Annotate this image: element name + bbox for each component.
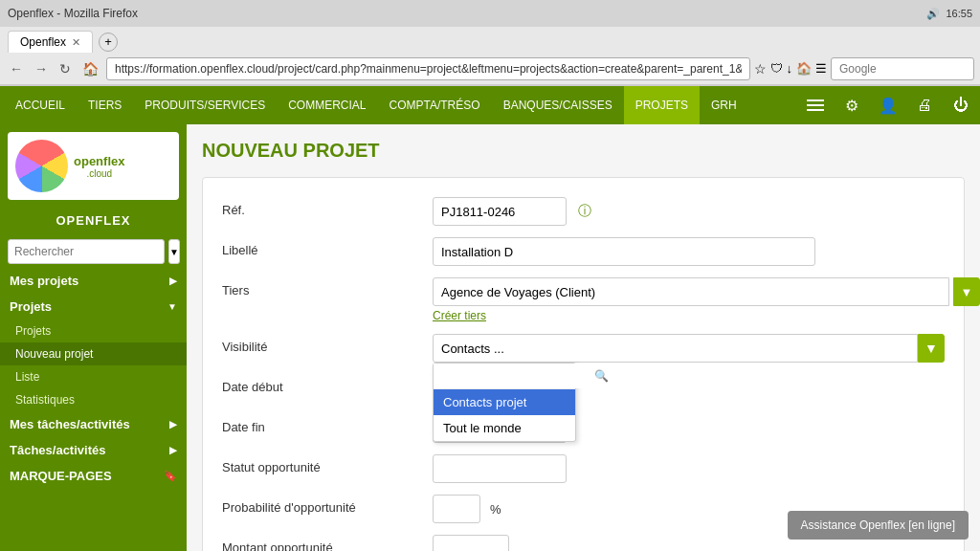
nav-accueil[interactable]: ACCUEIL xyxy=(4,86,77,124)
montant-label: Montant opportunité xyxy=(222,535,433,551)
visibilite-label: Visibilité xyxy=(222,334,433,354)
nav-produits[interactable]: PRODUITS/SERVICES xyxy=(133,86,277,124)
nav-tiers[interactable]: TIERS xyxy=(77,86,133,124)
main-content: NOUVEAU PROJET Réf. ⓘ Libellé Tiers xyxy=(187,124,980,551)
nav-icon-1[interactable]: ↓ xyxy=(787,61,793,76)
top-navigation: ACCUEIL TIERS PRODUITS/SERVICES COMMERCI… xyxy=(0,86,980,124)
nav-compta[interactable]: COMPTA/TRÉSO xyxy=(378,86,492,124)
shield-icon: 🛡 xyxy=(770,61,783,76)
topnav-right-icons: ⚙ 👤 🖨 ⏻ xyxy=(800,86,976,124)
browser-tab-openflex[interactable]: Openflex ✕ xyxy=(8,31,93,53)
tab-close-btn[interactable]: ✕ xyxy=(72,36,80,49)
url-bar[interactable] xyxy=(106,57,750,80)
creer-tiers-link[interactable]: Créer tiers xyxy=(433,309,980,322)
assistance-button[interactable]: Assistance Openflex [en ligne] xyxy=(788,511,969,540)
logo-text: openflex .cloud xyxy=(74,154,124,179)
sidebar-search-dropdown[interactable]: ▼ xyxy=(168,239,180,264)
libelle-field xyxy=(433,237,945,266)
sidebar-section-label: Projets xyxy=(10,299,52,314)
tiers-input[interactable] xyxy=(433,277,949,306)
dropdown-option-tout-le-monde[interactable]: Tout le monde xyxy=(434,415,575,441)
sidebar-section-marque-pages[interactable]: MARQUE-PAGES 🔖 xyxy=(0,463,187,489)
dropdown-option-contacts[interactable]: Contacts projet xyxy=(434,389,575,415)
percent-symbol: % xyxy=(490,502,501,517)
option-label: Tout le monde xyxy=(443,421,522,435)
form-row-statut: Statut opportunité xyxy=(222,454,945,483)
date-debut-label: Date début xyxy=(222,374,433,394)
page-title: NOUVEAU PROJET xyxy=(202,140,965,162)
hamburger-icon xyxy=(807,99,824,111)
sidebar: openflex .cloud OPENFLEX ▼ Mes projets ▶… xyxy=(0,124,187,551)
user-icon[interactable]: 👤 xyxy=(873,86,903,124)
nav-banques[interactable]: BANQUES/CAISSES xyxy=(492,86,624,124)
sidebar-section-label: Tâches/activités xyxy=(10,443,105,457)
tab-label: Openflex xyxy=(20,35,66,49)
sidebar-brand-name: OPENFLEX xyxy=(0,208,187,235)
dropdown-search-row: 🔍 xyxy=(434,364,575,389)
sidebar-section-label: MARQUE-PAGES xyxy=(10,469,112,483)
sys-icon-1: 🔊 xyxy=(926,8,940,20)
chevron-right-icon-3: ▶ xyxy=(169,445,177,455)
info-icon[interactable]: ⓘ xyxy=(578,203,591,220)
ref-label: Réf. xyxy=(222,197,433,217)
print-icon[interactable]: 🖨 xyxy=(909,86,940,124)
browser-search-input[interactable] xyxy=(831,57,974,80)
sidebar-section-label: Mes projets xyxy=(10,274,78,288)
sidebar-search-area: ▼ xyxy=(0,235,187,268)
sidebar-item-statistiques[interactable]: Statistiques xyxy=(0,388,187,411)
visibilite-select-row: Contacts ... ▼ xyxy=(433,334,945,363)
power-icon[interactable]: ⏻ xyxy=(946,86,976,124)
bookmark-sidebar-icon: 🔖 xyxy=(164,470,177,482)
libelle-label: Libellé xyxy=(222,237,433,257)
refresh-btn[interactable]: ↻ xyxy=(56,59,75,78)
sidebar-section-label: Mes tâches/activités xyxy=(10,417,130,431)
menu-icon[interactable]: ☰ xyxy=(815,61,827,76)
forward-btn[interactable]: → xyxy=(31,59,52,78)
nav-commercial[interactable]: COMMERCIAL xyxy=(277,86,377,124)
libelle-input[interactable] xyxy=(433,237,815,266)
sidebar-item-nouveau-projet[interactable]: Nouveau projet xyxy=(0,342,187,365)
tab-bar: Openflex ✕ + xyxy=(0,27,980,53)
bookmark-icon[interactable]: ☆ xyxy=(754,61,767,77)
tiers-dropdown-btn[interactable]: ▼ xyxy=(953,277,980,306)
montant-input[interactable] xyxy=(433,535,509,551)
form-row-visibilite: Visibilité Contacts ... ▼ 🔍 Contacts pro xyxy=(222,334,945,363)
chevron-right-icon: ▶ xyxy=(169,276,177,286)
tiers-field: ▼ Créer tiers xyxy=(433,277,980,322)
back-btn[interactable]: ← xyxy=(6,59,27,78)
home-btn[interactable]: 🏠 xyxy=(78,59,102,78)
browser-title: Openflex - Mozilla Firefox xyxy=(8,7,138,20)
dropdown-search-input[interactable] xyxy=(434,364,589,388)
sidebar-section-projets[interactable]: Projets ▼ xyxy=(0,294,187,320)
ref-field: ⓘ xyxy=(433,197,945,226)
new-tab-btn[interactable]: + xyxy=(99,33,118,52)
visibilite-select-btn[interactable]: Contacts ... xyxy=(433,334,918,363)
form-row-ref: Réf. ⓘ xyxy=(222,197,945,226)
tiers-label: Tiers xyxy=(222,277,433,298)
statut-label: Statut opportunité xyxy=(222,454,433,474)
sidebar-item-liste[interactable]: Liste xyxy=(0,365,187,388)
sidebar-section-taches[interactable]: Tâches/activités ▶ xyxy=(0,437,187,463)
date-fin-label: Date fin xyxy=(222,414,433,434)
probabilite-input[interactable] xyxy=(433,495,480,523)
sidebar-search-input[interactable] xyxy=(8,239,165,264)
form-card: Réf. ⓘ Libellé Tiers ▼ xyxy=(202,177,965,551)
home-icon[interactable]: 🏠 xyxy=(796,61,812,76)
sidebar-section-mes-projets[interactable]: Mes projets ▶ xyxy=(0,268,187,294)
sidebar-logo: openflex .cloud xyxy=(8,132,179,200)
form-row-libelle: Libellé xyxy=(222,237,945,266)
ref-input[interactable] xyxy=(433,197,567,226)
form-row-date-fin: Date fin xyxy=(222,414,945,443)
statut-input[interactable] xyxy=(433,454,567,483)
nav-grh[interactable]: GRH xyxy=(700,86,748,124)
visibilite-field: Contacts ... ▼ 🔍 Contacts projet xyxy=(433,334,945,363)
visibilite-arrow-btn[interactable]: ▼ xyxy=(918,334,945,363)
sidebar-section-mes-taches[interactable]: Mes tâches/activités ▶ xyxy=(0,411,187,437)
sys-time: 16:55 xyxy=(946,8,972,19)
chevron-down-icon: ▼ xyxy=(167,301,177,312)
nav-projets[interactable]: PROJETS xyxy=(624,86,700,124)
sidebar-item-projets[interactable]: Projets xyxy=(0,320,187,342)
settings-icon[interactable]: ⚙ xyxy=(836,86,867,124)
hamburger-menu-btn[interactable] xyxy=(800,86,831,124)
chevron-right-icon-2: ▶ xyxy=(169,419,177,430)
